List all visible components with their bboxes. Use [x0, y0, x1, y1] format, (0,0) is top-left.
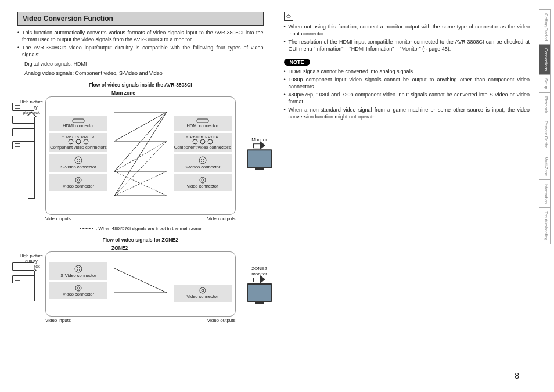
svg-point-7	[77, 161, 78, 162]
svg-line-15	[114, 112, 167, 141]
tab-troubleshooting[interactable]: Troubleshooting	[539, 208, 550, 244]
outputs-label: Video outputs	[207, 216, 236, 221]
note-bullets: HDMI signals cannot be converted into an…	[284, 68, 530, 121]
intro-bullet: The AVR-3808CI's video input/output circ…	[17, 44, 264, 58]
svg-point-10	[77, 179, 80, 181]
note-bullet: When a non-standard video signal from a …	[284, 106, 530, 120]
device-icon	[12, 262, 34, 271]
section-title: Video Conversion Function	[17, 12, 264, 26]
device-icon	[12, 116, 34, 124]
svg-line-16	[114, 112, 167, 171]
tab-getting-started[interactable]: Getting Started	[539, 10, 550, 45]
svg-point-3	[84, 139, 88, 144]
svg-point-2	[76, 139, 81, 144]
right-top-bullets: When not using this function, connect a …	[284, 23, 530, 53]
intro-bullets: This function automatically converts var…	[17, 29, 264, 59]
svg-rect-22	[197, 119, 208, 123]
svg-line-17	[114, 112, 167, 196]
analog-signals: Analog video signals: Component video, S…	[17, 70, 264, 76]
arrow-right-icon	[253, 276, 266, 282]
svg-point-29	[201, 161, 202, 162]
device-icon	[12, 128, 34, 136]
hand-point-icon	[284, 12, 293, 21]
page-number: 8	[515, 371, 519, 380]
tab-setup[interactable]: Setup	[539, 75, 550, 93]
note-bullet: 1080p component input video signals cann…	[284, 76, 530, 90]
tab-connections[interactable]: Connections	[539, 45, 550, 75]
note-bullet: HDMI signals cannot be converted into an…	[284, 68, 530, 75]
diagram2-frame: High picture quality playback S-Video co…	[45, 251, 236, 317]
svg-point-1	[69, 139, 73, 144]
svg-point-4	[75, 157, 82, 164]
svg-point-6	[79, 159, 80, 160]
svg-point-37	[79, 269, 80, 271]
svg-line-18	[114, 141, 167, 171]
svideo-in-node: S-Video connector	[49, 154, 107, 172]
svg-point-42	[200, 287, 206, 293]
svg-point-9	[75, 177, 81, 183]
device-icon	[12, 103, 34, 111]
device-icon	[12, 141, 34, 149]
arrow-right-icon	[253, 142, 266, 148]
svideo-out-node: S-Video connector	[174, 154, 232, 172]
video-in-node: Video connector	[49, 282, 107, 299]
diagram1-frame: High picture quality playback HDMI conne…	[45, 96, 236, 215]
diagram1-legend: : When 480i/576i signals are input in th…	[17, 226, 264, 231]
component-in-node: Y PB/CB PR/CRComponent video connectors	[49, 133, 107, 153]
svg-point-30	[203, 161, 204, 162]
tab-information[interactable]: Information	[539, 180, 550, 208]
svg-point-28	[203, 159, 204, 160]
intro-bullet: This function automatically converts var…	[17, 29, 264, 43]
monitor-icon	[247, 283, 272, 302]
video-out-node: Video connector	[174, 285, 232, 301]
video-in-node: Video connector	[49, 174, 107, 191]
svg-point-26	[199, 157, 206, 164]
svg-point-34	[77, 267, 78, 268]
svg-rect-0	[73, 119, 84, 123]
svideo-in-node: S-Video connector	[49, 262, 107, 280]
device-icon	[12, 275, 34, 283]
input-devices	[12, 103, 34, 149]
svg-point-43	[202, 289, 204, 292]
zone2-monitor-label: ZONE2 monitor	[247, 266, 272, 276]
inputs-label: Video inputs	[45, 318, 71, 323]
right-bullet: The resolution of the HDMI input-compati…	[284, 38, 530, 52]
tab-playback[interactable]: Playback	[539, 93, 550, 117]
svg-point-31	[200, 177, 206, 183]
svg-line-41	[114, 268, 167, 293]
svg-point-25	[208, 139, 213, 144]
svg-point-38	[75, 285, 81, 291]
svg-point-32	[202, 179, 204, 181]
svg-line-19	[114, 141, 167, 196]
tab-remote-control[interactable]: Remote Control	[539, 117, 550, 153]
svg-point-24	[200, 139, 205, 144]
diagram2-title: Flow of video signals for ZONE2	[17, 237, 264, 243]
svg-point-35	[79, 267, 80, 268]
signal-flow-lines	[114, 102, 167, 206]
side-nav-tabs: Getting Started Connections Setup Playba…	[539, 9, 551, 244]
hdmi-out-node: HDMI connector	[174, 116, 232, 131]
svg-point-5	[77, 159, 78, 160]
svg-point-23	[193, 139, 197, 144]
right-column: When not using this function, connect a …	[284, 12, 537, 323]
hdmi-in-node: HDMI connector	[49, 116, 107, 131]
monitor-icon	[247, 149, 272, 168]
inputs-label: Video inputs	[45, 216, 71, 221]
svg-point-8	[79, 161, 80, 162]
svg-point-27	[201, 159, 202, 160]
outputs-label: Video outputs	[207, 318, 236, 323]
right-bullet: When not using this function, connect a …	[284, 23, 530, 37]
tab-multi-zone[interactable]: Multi-Zone	[539, 153, 550, 180]
note-label: NOTE	[284, 59, 310, 66]
note-bullet: 480p/576p, 1080i and 720p component vide…	[284, 91, 530, 105]
digital-signals: Digital video signals: HDMI	[17, 61, 264, 67]
left-column: Video Conversion Function This function …	[17, 12, 264, 323]
input-devices	[12, 262, 34, 283]
video-out-node: Video connector	[174, 174, 232, 191]
svg-point-33	[75, 265, 82, 272]
diagram1-title: Flow of video signals inside the AVR-380…	[17, 82, 264, 88]
signal-flow-lines	[114, 257, 167, 305]
svg-point-36	[77, 269, 78, 271]
component-out-node: Y PB/CB PR/CRComponent video connectors	[174, 133, 232, 153]
svg-point-39	[77, 287, 80, 289]
